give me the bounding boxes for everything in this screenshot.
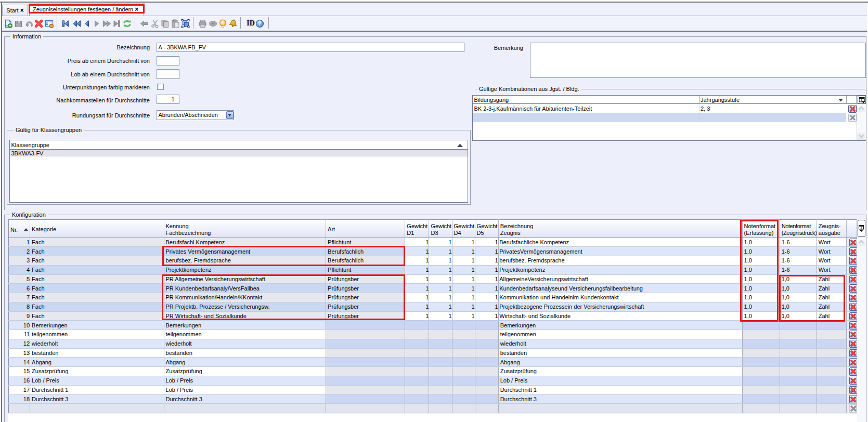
svg-text:?: ? — [258, 20, 261, 27]
